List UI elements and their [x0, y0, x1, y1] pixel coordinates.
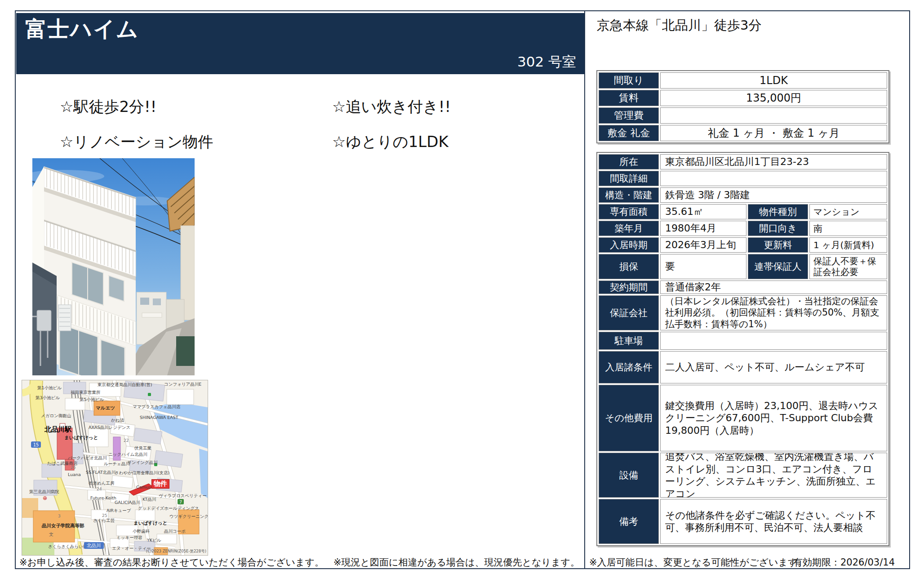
map-label: 品川女子学院高等部: [42, 523, 84, 528]
table-row: その他費用鍵交換費用（入居時）23,100円、退去時ハウスクリーニング67,60…: [599, 385, 887, 451]
map-label: ウツギクリーニング: [169, 514, 208, 519]
row-label: 入居諸条件: [599, 351, 659, 383]
footer-notes: ※お申し込み後、審査の結果お断りさせていただく場合がございます。 ※現況と図面に…: [19, 556, 807, 569]
row-value: [660, 171, 887, 186]
table-row: 敷金 礼金礼金 1 ヶ月 ・ 敷金 1 ヶ月: [599, 125, 887, 141]
row-label: 開口向き: [748, 221, 808, 236]
feature-item: ☆追い炊き付き!!: [332, 97, 451, 117]
property-marker-label: 物件: [151, 479, 169, 489]
map-label: 24: [97, 487, 102, 491]
map-label: 第三北品川病院: [29, 490, 59, 494]
svg-text:⊕: ⊕: [43, 495, 47, 501]
map-label: Future-Keith: [90, 496, 116, 500]
table-row: 損保要連帯保証人保証人不要＋保証会社必要: [599, 254, 887, 279]
map-label: ルーチェ品川: [104, 462, 130, 466]
svg-text:文: 文: [49, 532, 53, 537]
table-row: 賃料135,000円: [599, 90, 887, 106]
row-value: [660, 332, 887, 350]
map-label: メガロン御殿山: [41, 414, 71, 418]
row-value: 2026年3月上旬: [660, 237, 746, 253]
map-label: 第1小池ビル: [37, 386, 62, 390]
map-label: 伏見工業: [134, 446, 151, 450]
row-label: 専有面積: [599, 204, 659, 219]
map-label: SS.FLAT北品川: [86, 470, 116, 475]
map-label: まいばすけっと: [133, 521, 167, 525]
map-label: ママプラスカフェ品川店: [133, 405, 180, 409]
row-value: 35.61㎡: [660, 204, 746, 219]
row-value: マンション: [809, 204, 887, 219]
map-label: Camus: [136, 485, 151, 490]
row-label: 備考: [599, 499, 659, 544]
map-label: ニックハイム北品川: [108, 452, 147, 457]
table-row: 専有面積35.61㎡物件種別マンション: [599, 204, 887, 219]
row-value: 1980年4月: [660, 221, 746, 236]
map-attribution: (C)2023 ZENRIN(Z05E-第228号): [146, 549, 206, 554]
table-row: 駐車場: [599, 332, 887, 350]
access-line: 京急本線「北品川」徒歩3分: [597, 17, 761, 35]
row-value: 追焚バス、浴室乾燥機、室内洗濯機置き場、バストイレ別、コンロ3口、エアコン付き、…: [660, 453, 887, 498]
row-label: 間取詳細: [599, 171, 659, 186]
feature-item: ☆リノベーション物件: [60, 132, 213, 152]
map-label: さくら工芸: [93, 518, 115, 523]
row-label: 契約期間: [599, 281, 659, 294]
row-value: [660, 107, 887, 124]
row-value: 135,000円: [660, 90, 887, 106]
table-row: 間取り1LDK: [599, 72, 887, 89]
row-value: 礼金 1 ヶ月 ・ 敷金 1 ヶ月: [660, 125, 887, 141]
map-label: 街道めん工房: [89, 481, 114, 485]
flyer-page: 富士ハイム 302 号室 京急本線「北品川」徒歩3分 ☆駅徒歩2分!! ☆追い炊…: [15, 10, 910, 569]
room-number: 302 号室: [517, 53, 576, 71]
table-row: 入居時期2026年3月上旬更新料1 ヶ月(新賃料): [599, 237, 887, 253]
map-label: さわやか信用金庫品川(支店): [115, 471, 169, 475]
table-row: 備考その他諸条件を必ずご確認ください。ペット不可、事務所利用不可、民泊不可、法人…: [599, 499, 887, 544]
row-value: 1 ヶ月(新賃料): [809, 237, 887, 253]
map-label: マルエツ: [96, 405, 115, 410]
map-label: 品川コーポ: [164, 529, 186, 534]
row-value: 鍵交換費用（入居時）23,100円、退去時ハウスクリーニング67,600円、T-…: [660, 385, 887, 451]
map-label: YKビル: [147, 538, 161, 543]
row-label: 構造・階建: [599, 187, 659, 203]
map-label: 26: [71, 466, 76, 470]
map-label: パークハビオ北品川: [68, 456, 107, 460]
table-row: 間取詳細: [599, 171, 887, 186]
map-label: 3: [58, 514, 61, 518]
map-label: ヴィラプロスペリティー: [159, 494, 207, 498]
row-label: 賃料: [599, 90, 659, 106]
row-value: 要: [660, 254, 746, 279]
location-map: ⊕ 文 15 7 第1小池ビル東京都交通局品川自動車(営)コンフォリア品川E第3…: [22, 380, 208, 556]
map-label: 25: [102, 514, 107, 518]
map-label: SHINAGAWA EAST: [140, 415, 178, 420]
road-name-sign: 北品川: [84, 542, 104, 549]
map-label: AXAS品川レジデンス: [89, 425, 130, 430]
flyer-header: 富士ハイム 302 号室: [16, 13, 584, 74]
property-photo: [32, 158, 195, 375]
row-label: 更新料: [748, 237, 808, 253]
map-label: サンイング品川: [127, 460, 158, 465]
vertical-divider: [584, 11, 585, 568]
row-label: 築年月: [599, 221, 659, 236]
map-label: ミッキー理容: [116, 535, 142, 540]
row-label: 所在: [599, 154, 659, 169]
row-label: 管理費: [599, 107, 659, 124]
map-label: グッドデイズホールディングス: [138, 506, 199, 511]
map-label: エヌ・オー・ティー: [112, 546, 151, 551]
feature-item: ☆ゆとりの1LDK: [332, 132, 449, 152]
table-row: 管理費: [599, 107, 887, 124]
row-value: 南: [809, 221, 887, 236]
map-label: かね清: [111, 418, 124, 423]
svg-text:7: 7: [179, 500, 182, 504]
row-label: その他費用: [599, 385, 659, 451]
table-row: 契約期間普通借家2年: [599, 281, 887, 294]
row-label: 敷金 礼金: [599, 125, 659, 141]
map-label: まいばすけっと: [64, 435, 98, 440]
map-label: AIRキューブ: [107, 508, 131, 513]
map-label: 第3小池ビル: [36, 396, 60, 400]
svg-text:15: 15: [33, 442, 39, 447]
row-label: 連帯保証人: [748, 254, 808, 279]
expiry-date: 有効期限：2026/03/14: [793, 556, 895, 569]
row-label: 駐車場: [599, 332, 659, 350]
map-label: KT品川: [142, 497, 156, 502]
table-row: 保証会社（日本レンタル保証株式会社）・当社指定の保証会社利用必須。（初回保証料：…: [599, 295, 887, 330]
feature-item: ☆駅徒歩2分!!: [60, 97, 156, 117]
row-value: 東京都品川区北品川1丁目23-23: [660, 154, 887, 169]
